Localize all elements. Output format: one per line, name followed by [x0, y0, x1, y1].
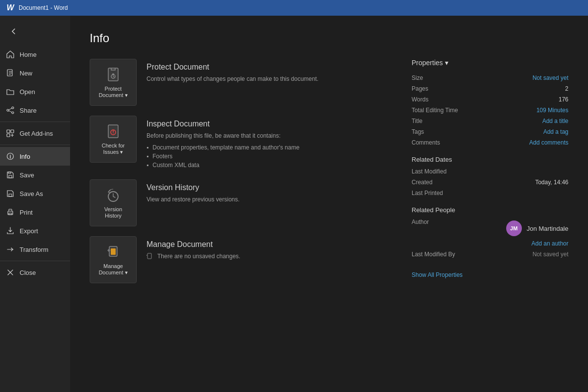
- check-issues-button[interactable]: Check forIssues ▾: [90, 116, 137, 163]
- prop-words-label: Words: [412, 96, 475, 103]
- prop-words-value: 176: [559, 96, 568, 103]
- properties-header[interactable]: Properties ▾: [412, 59, 568, 67]
- sidebar-item-get-add-ins[interactable]: Get Add-ins: [0, 124, 70, 143]
- prop-title-label: Title: [412, 118, 475, 124]
- properties-header-title: Properties ▾: [412, 59, 448, 67]
- protect-document-card: ProtectDocument ▾ Protect Document Contr…: [90, 59, 392, 106]
- prop-editing-time-row: Total Editing Time 109 Minutes: [412, 107, 568, 114]
- prop-editing-time-label: Total Editing Time: [412, 107, 475, 114]
- show-all-properties-link[interactable]: Show All Properties: [412, 271, 463, 278]
- prop-author-row: Author JM Jon Martindale Add an author: [412, 219, 568, 247]
- inspect-document-title: Inspect Document: [147, 120, 392, 128]
- prop-last-modified-by-value: Not saved yet: [533, 251, 568, 258]
- sidebar-item-home[interactable]: Home: [0, 45, 70, 64]
- related-people-section: Related People Author JM Jon Martindale …: [412, 206, 568, 258]
- manage-doc-icon-small: [147, 253, 153, 260]
- manage-document-card: ManageDocument ▾ Manage Document There a…: [90, 236, 392, 283]
- prop-tags-label: Tags: [412, 128, 475, 135]
- svg-rect-4: [7, 130, 10, 133]
- sidebar-label-export: Export: [20, 227, 38, 235]
- svg-point-1: [12, 107, 14, 109]
- sidebar-item-open[interactable]: Open: [0, 82, 70, 101]
- protect-document-button[interactable]: ProtectDocument ▾: [90, 59, 137, 106]
- version-history-label: VersionHistory: [104, 206, 122, 219]
- svg-rect-22: [147, 253, 151, 259]
- prop-last-modified-row: Last Modified: [412, 168, 568, 175]
- sidebar-item-save[interactable]: Save: [0, 166, 70, 184]
- list-item-2: Footers: [147, 152, 392, 161]
- prop-created-value: Today, 14:46: [535, 179, 568, 186]
- prop-comments-label: Comments: [412, 139, 475, 146]
- prop-created-label: Created: [412, 179, 475, 186]
- open-icon: [6, 87, 15, 96]
- back-button[interactable]: [4, 22, 24, 41]
- author-info: JM Jon Martindale: [506, 220, 568, 236]
- sidebar-label-save-as: Save As: [20, 190, 43, 197]
- prop-created-row: Created Today, 14:46: [412, 179, 568, 186]
- prop-comments-row: Comments Add comments: [412, 139, 568, 146]
- prop-last-printed-label: Last Printed: [412, 190, 475, 196]
- manage-document-button[interactable]: ManageDocument ▾: [90, 236, 137, 283]
- sidebar-item-share[interactable]: Share: [0, 101, 70, 120]
- titlebar: W Document1 - Word: [0, 0, 588, 16]
- related-dates-title: Related Dates: [412, 156, 568, 163]
- sidebar-item-export[interactable]: Export: [0, 221, 70, 240]
- sidebar-label-info: Info: [20, 153, 30, 160]
- check-issues-icon: [104, 123, 122, 141]
- svg-rect-9: [8, 172, 11, 173]
- share-icon: [6, 106, 15, 115]
- sidebar-label-new: New: [20, 70, 32, 77]
- prop-words-row: Words 176: [412, 96, 568, 103]
- save-icon: [6, 171, 15, 179]
- addins-icon: [6, 129, 15, 138]
- sidebar-label-close: Close: [20, 269, 36, 276]
- sidebar: Home New Open: [0, 16, 70, 392]
- sidebar-label-save: Save: [20, 172, 34, 179]
- info-icon: [6, 152, 15, 161]
- author-avatar: JM: [506, 220, 522, 236]
- prop-tags-row: Tags Add a tag: [412, 128, 568, 135]
- svg-point-3: [12, 112, 14, 114]
- sidebar-label-get-add-ins: Get Add-ins: [20, 130, 53, 137]
- prop-comments-value[interactable]: Add comments: [529, 139, 568, 146]
- word-icon-letter: W: [6, 3, 14, 12]
- sidebar-item-transform[interactable]: Transform: [0, 240, 70, 259]
- prop-title-value[interactable]: Add a title: [542, 118, 568, 124]
- prop-title-row: Title Add a title: [412, 118, 568, 124]
- sidebar-label-open: Open: [20, 88, 35, 96]
- prop-last-modified-by-row: Last Modified By Not saved yet: [412, 251, 568, 258]
- prop-author-label: Author: [412, 219, 475, 225]
- export-icon: [6, 226, 15, 235]
- svg-rect-12: [9, 213, 12, 215]
- transform-icon: [6, 245, 15, 254]
- sidebar-item-save-as[interactable]: Save As: [0, 184, 70, 203]
- version-history-button[interactable]: VersionHistory: [90, 179, 137, 226]
- version-history-card: VersionHistory Version History View and …: [90, 179, 392, 226]
- sidebar-label-transform: Transform: [20, 246, 49, 253]
- prop-last-printed-row: Last Printed: [412, 190, 568, 196]
- prop-tags-value[interactable]: Add a tag: [543, 128, 568, 135]
- sidebar-item-info[interactable]: Info: [0, 147, 70, 166]
- svg-rect-21: [111, 248, 116, 255]
- svg-rect-10: [9, 194, 12, 196]
- sidebar-item-close[interactable]: Close: [0, 263, 70, 282]
- prop-last-modified-by-label: Last Modified By: [412, 251, 475, 258]
- sidebar-label-home: Home: [20, 51, 37, 58]
- sidebar-divider-1: [0, 122, 70, 122]
- inspect-document-list: Document properties, template name and a…: [147, 143, 392, 170]
- prop-size-row: Size Not saved yet: [412, 74, 568, 81]
- protect-document-text: Protect Document Control what types of c…: [147, 59, 392, 83]
- action-cards-section: ProtectDocument ▾ Protect Document Contr…: [90, 59, 392, 293]
- prop-pages-label: Pages: [412, 85, 475, 92]
- content-body: ProtectDocument ▾ Protect Document Contr…: [90, 59, 568, 293]
- version-history-desc: View and restore previous versions.: [147, 195, 392, 204]
- page-title: Info: [90, 31, 568, 45]
- sidebar-item-print[interactable]: Print: [0, 203, 70, 221]
- sidebar-item-new[interactable]: New: [0, 64, 70, 82]
- svg-rect-8: [9, 175, 12, 178]
- app-container: Home New Open: [0, 16, 588, 392]
- add-author-link[interactable]: Add an author: [532, 240, 568, 247]
- properties-panel: Properties ▾ Size Not saved yet Pages 2 …: [412, 59, 568, 293]
- content-area: Info: [70, 16, 588, 392]
- author-name: Jon Martindale: [527, 225, 568, 232]
